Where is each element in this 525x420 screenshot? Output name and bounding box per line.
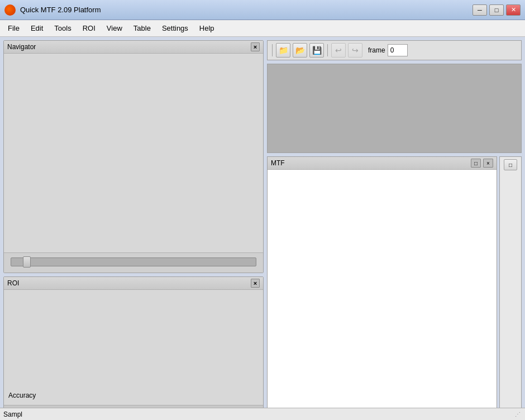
navigator-body [4, 54, 263, 252]
menu-edit[interactable]: Edit [25, 22, 49, 35]
app-title: Quick MTF 2.09 Platform [20, 6, 472, 14]
menu-roi[interactable]: ROI [77, 22, 101, 35]
undo-icon: ↩ [335, 46, 342, 55]
title-bar: Quick MTF 2.09 Platform ─ □ ✕ [0, 0, 525, 20]
roi-header: ROI × [4, 277, 263, 290]
navigator-zoom-slider[interactable] [11, 257, 256, 266]
undo-button[interactable]: ↩ [331, 43, 346, 58]
menu-table[interactable]: Table [128, 22, 156, 35]
navigator-close-button[interactable]: × [251, 42, 260, 51]
navigator-title: Navigator [7, 43, 36, 51]
redo-icon: ↪ [352, 46, 359, 55]
save-icon: 💾 [312, 46, 322, 55]
save-button[interactable]: 💾 [309, 43, 324, 58]
mtf-panel-area: MTF □ × □ [267, 156, 522, 417]
mtf-side-button[interactable]: □ [504, 159, 517, 170]
mtf-header-buttons: □ × [471, 159, 493, 168]
menu-bar: File Edit Tools ROI View Table Settings … [0, 20, 525, 37]
status-text: Sampl [3, 411, 514, 418]
navigator-panel: Navigator × [3, 40, 264, 273]
toolbar: 📁 📂 💾 ↩ ↪ frame [267, 40, 522, 60]
mtf-body [268, 170, 497, 416]
menu-file[interactable]: File [2, 22, 25, 35]
toolbar-separator-2 [327, 44, 328, 56]
roi-panel: ROI × Accuracy ⌄⌄ [3, 276, 264, 417]
roi-title: ROI [7, 279, 19, 287]
right-panel: 📁 📂 💾 ↩ ↪ frame MTF [267, 37, 525, 420]
resize-grip[interactable]: ⋰ [514, 411, 522, 418]
navigator-header: Navigator × [4, 41, 263, 54]
menu-tools[interactable]: Tools [49, 22, 77, 35]
image-area [267, 64, 522, 153]
redo-button[interactable]: ↪ [348, 43, 362, 58]
roi-close-button[interactable]: × [251, 279, 260, 288]
menu-view[interactable]: View [101, 22, 128, 35]
accuracy-label: Accuracy [4, 389, 263, 402]
window-controls: ─ □ ✕ [472, 4, 521, 16]
maximize-button[interactable]: □ [489, 4, 504, 16]
app-body: Navigator × ROI × Accuracy ⌄⌄ [0, 37, 525, 420]
menu-settings[interactable]: Settings [156, 22, 194, 35]
status-bar: Sampl ⋰ [0, 408, 525, 420]
mtf-title: MTF [271, 159, 285, 167]
mtf-main-panel: MTF □ × [267, 156, 497, 417]
mtf-restore-button[interactable]: □ [471, 159, 481, 168]
close-button[interactable]: ✕ [506, 4, 521, 16]
mtf-header: MTF □ × [268, 157, 497, 170]
toolbar-separator-1 [272, 44, 273, 56]
mtf-side-panel: □ [499, 156, 522, 417]
menu-help[interactable]: Help [194, 22, 220, 35]
app-icon [4, 4, 16, 16]
left-panel: Navigator × ROI × Accuracy ⌄⌄ [0, 37, 267, 420]
open-folder-icon: 📁 [279, 46, 288, 55]
roi-body: Accuracy [4, 290, 263, 405]
minimize-button[interactable]: ─ [472, 4, 487, 16]
frame-input[interactable] [388, 44, 408, 56]
mtf-close-button[interactable]: × [483, 159, 493, 168]
navigator-slider-area [4, 252, 263, 273]
frame-label: frame [368, 46, 385, 54]
open-file-button[interactable]: 📂 [293, 43, 307, 58]
open-file-icon: 📂 [295, 46, 305, 55]
open-folder-button[interactable]: 📁 [276, 43, 290, 58]
